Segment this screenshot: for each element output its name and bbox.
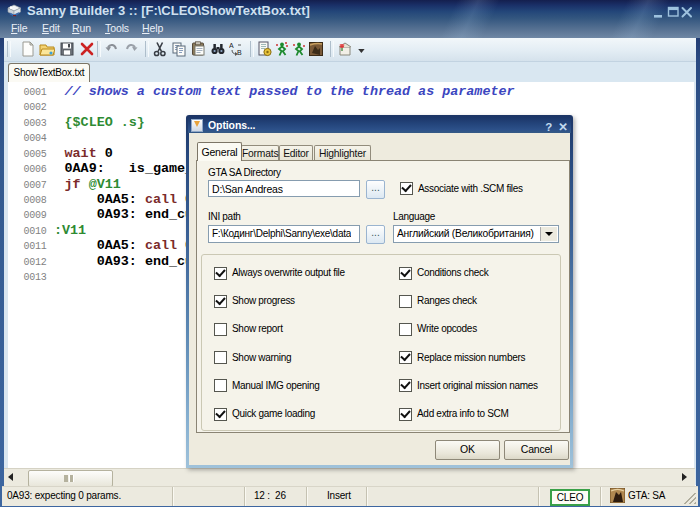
svg-text:A: A xyxy=(229,42,234,49)
svg-text:B: B xyxy=(237,49,242,56)
